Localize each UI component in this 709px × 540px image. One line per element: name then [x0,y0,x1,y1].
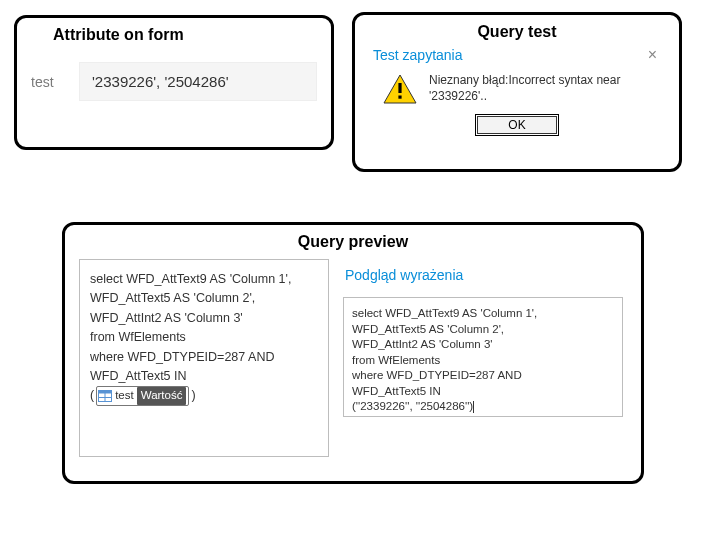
svg-rect-2 [398,95,401,98]
open-paren: ( [90,386,94,405]
dialog-title: Test zapytania [373,47,463,63]
text-caret [473,401,474,413]
close-paren: ) [191,386,195,405]
code-line: select WFD_AttText9 AS 'Column 1', [90,270,318,289]
chip-label: test [115,387,134,405]
chip-value: Wartość [137,387,187,405]
table-icon [98,390,112,402]
variable-chip[interactable]: test Wartość [96,386,189,406]
dialog-message: Nieznany błąd:Incorrect syntax near '233… [429,73,657,104]
attribute-row: test '2339226', '2504286' [31,62,317,101]
code-line-with-chip: ( test Wartość ) [90,386,318,406]
panel-title: Attribute on form [31,26,317,44]
code-line: from WfElements [90,328,318,347]
panel-title: Query preview [79,233,627,251]
panel-title: Query test [369,23,665,41]
ok-button[interactable]: OK [477,116,557,134]
code-line: where WFD_DTYPEID=287 AND [90,348,318,367]
svg-rect-1 [398,83,401,93]
expression-preview-box[interactable]: select WFD_AttText9 AS 'Column 1', WFD_A… [343,297,623,417]
attribute-on-form-panel: Attribute on form test '2339226', '25042… [14,15,334,150]
warning-icon [383,74,417,104]
query-editor[interactable]: select WFD_AttText9 AS 'Column 1', WFD_A… [79,259,329,457]
attribute-value-input[interactable]: '2339226', '2504286' [79,62,317,101]
dialog-body: Nieznany błąd:Incorrect syntax near '233… [369,69,665,114]
expression-preview-title: Podgląd wyrażenia [345,267,623,283]
query-preview-panel: Query preview select WFD_AttText9 AS 'Co… [62,222,644,484]
code-line: WFD_AttInt2 AS 'Column 3' [90,309,318,328]
close-icon[interactable]: × [644,47,661,63]
query-preview-columns: select WFD_AttText9 AS 'Column 1', WFD_A… [79,259,627,457]
attribute-label: test [31,74,65,90]
code-line: WFD_AttText5 IN [90,367,318,386]
dialog-footer: OK [369,116,665,134]
query-test-panel: Query test Test zapytania × Nieznany błą… [352,12,682,172]
expression-preview-column: Podgląd wyrażenia select WFD_AttText9 AS… [329,259,627,457]
dialog-header: Test zapytania × [369,45,665,69]
expression-preview-text: select WFD_AttText9 AS 'Column 1', WFD_A… [352,307,537,412]
code-line: WFD_AttText5 AS 'Column 2', [90,289,318,308]
